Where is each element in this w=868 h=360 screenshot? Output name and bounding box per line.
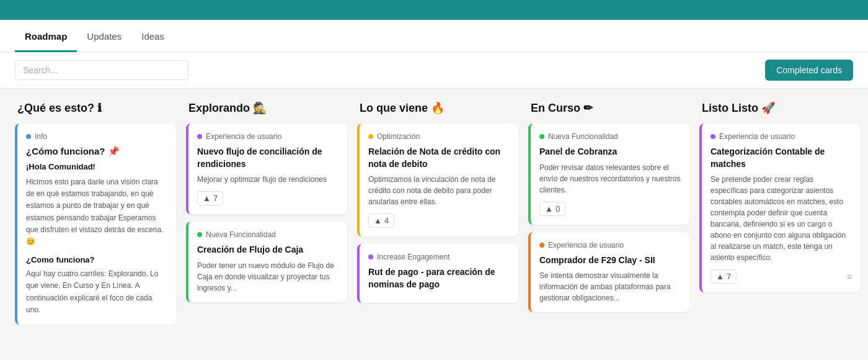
badge-dot: [197, 134, 202, 139]
card-title: Nuevo flujo de conciliación de rendicion…: [197, 146, 339, 170]
column-header: En Curso ✏: [528, 101, 689, 115]
vote-button[interactable]: ▲ 7: [197, 191, 223, 205]
vote-button[interactable]: ▲ 4: [368, 214, 394, 228]
badge-label: Nueva Funcionalidad: [206, 230, 276, 239]
tab-updates[interactable]: Updates: [77, 20, 131, 52]
vote-count: 7: [213, 194, 218, 203]
card: Optimización Relación de Nota de crédito…: [357, 124, 518, 236]
badge-dot: [197, 232, 202, 237]
column-que-es-esto: ¿Qué es esto? ℹ Info ¿Cómo funciona? 📌 ¡…: [15, 101, 176, 325]
vote-count: 7: [727, 272, 731, 281]
card-footer: ▲ 4: [368, 214, 510, 228]
vote-count: 0: [556, 204, 560, 214]
badge-label: Experiencia de usuario: [719, 132, 795, 141]
card: Nueva Funcionalidad Panel de Cobranza Po…: [528, 124, 689, 225]
card-badge: Increase Engagement: [368, 253, 510, 261]
column-header: Listo Listo 🚀: [699, 101, 861, 115]
card: Experiencia de usuario Categorización Co…: [699, 124, 861, 292]
card-title: Rut de pago - para creación de nominas d…: [368, 266, 510, 290]
card: Increase Engagement Rut de pago - para c…: [357, 244, 518, 303]
card-desc: Poder revisar datos relevantes sobre el …: [539, 162, 681, 196]
badge-label: Nueva Funcionalidad: [548, 132, 618, 141]
card-footer: ▲ 7 ≡: [711, 269, 852, 284]
column-header: ¿Qué es esto? ℹ: [15, 101, 176, 115]
vote-button[interactable]: ▲ 0: [539, 202, 565, 216]
card-desc: Se pretende poder crear reglas específic…: [711, 174, 852, 263]
card-badge: Nueva Funcionalidad: [197, 230, 339, 239]
card: Experiencia de usuario Comprador de F29 …: [528, 232, 689, 313]
column-header: Lo que viene 🔥: [357, 101, 518, 115]
card: Nueva Funcionalidad Creación de Flujo de…: [186, 222, 347, 302]
tab-ideas[interactable]: Ideas: [131, 20, 174, 52]
card-title: ¿Cómo funciona? 📌: [26, 146, 167, 157]
cards-container: Optimización Relación de Nota de crédito…: [357, 124, 518, 303]
search-input[interactable]: [15, 60, 188, 80]
badge-label: Info: [35, 132, 47, 141]
toolbar: Completed cards: [0, 52, 868, 89]
cards-container: Experiencia de usuario Categorización Co…: [699, 124, 861, 292]
card: Experiencia de usuario Nuevo flujo de co…: [186, 124, 347, 214]
column-header: Explorando 🕵: [186, 101, 347, 115]
completed-cards-button[interactable]: Completed cards: [765, 60, 853, 81]
badge-dot: [539, 134, 544, 139]
vote-arrow: ▲: [374, 216, 382, 225]
board: ¿Qué es esto? ℹ Info ¿Cómo funciona? 📌 ¡…: [0, 89, 868, 337]
vote-arrow: ▲: [545, 204, 553, 214]
column-explorando: Explorando 🕵 Experiencia de usuario Nuev…: [186, 101, 347, 325]
card-desc: Poder tener un nuevo módulo de Flujo de …: [197, 260, 339, 294]
badge-dot: [368, 134, 373, 139]
card-title: Panel de Cobranza: [539, 146, 681, 158]
card-sub-title: ¿Como funciona?: [26, 255, 167, 264]
card-title: Relación de Nota de crédito con nota de …: [368, 146, 510, 170]
badge-label: Increase Engagement: [377, 253, 450, 261]
column-lo-que-viene: Lo que viene 🔥 Optimización Relación de …: [357, 101, 518, 325]
badge-label: Optimización: [377, 132, 420, 141]
card-body: Hicimos esto para darle una visión clara…: [26, 176, 167, 248]
cards-container: Experiencia de usuario Nuevo flujo de co…: [186, 124, 347, 302]
card-badge: Experiencia de usuario: [539, 241, 681, 250]
vote-arrow: ▲: [203, 194, 211, 203]
card-footer: ▲ 7: [197, 191, 339, 205]
tab-roadmap[interactable]: Roadmap: [15, 20, 77, 52]
list-icon: ≡: [847, 272, 852, 282]
header: [0, 0, 868, 20]
vote-arrow: ▲: [716, 272, 724, 281]
badge-dot: [539, 243, 544, 248]
vote-count: 4: [384, 216, 389, 225]
badge-dot: [368, 254, 373, 259]
card-badge: Experiencia de usuario: [197, 132, 339, 141]
card-badge: Optimización: [368, 132, 510, 141]
info-card: Info ¿Cómo funciona? 📌 ¡Hola Comunidad! …: [15, 124, 176, 325]
info-dot: [26, 134, 31, 139]
column-en-curso: En Curso ✏ Nueva Funcionalidad Panel de …: [528, 101, 689, 325]
badge-label: Experiencia de usuario: [548, 241, 624, 250]
card-title: Comprador de F29 Clay - SII: [539, 254, 681, 267]
navigation: Roadmap Updates Ideas: [0, 20, 868, 52]
vote-button[interactable]: ▲ 7: [711, 269, 737, 284]
card-greeting: ¡Hola Comunidad!: [26, 162, 167, 171]
card-desc: Mejorar y optimizar flujo de rendiciones: [197, 174, 339, 185]
card-desc: Se intenta demostrar visualmente la info…: [539, 270, 681, 304]
cards-container: Info ¿Cómo funciona? 📌 ¡Hola Comunidad! …: [15, 124, 176, 325]
badge-label: Experiencia de usuario: [206, 132, 281, 141]
card-title: Categorización Contable de matches: [711, 146, 852, 170]
card-badge: Experiencia de usuario: [711, 132, 852, 141]
info-badge: Info: [26, 132, 167, 141]
card-footer: ▲ 0: [539, 202, 681, 216]
card-sub-body: Aquí hay cuatro carriles: Explorando, Lo…: [26, 268, 167, 316]
cards-container: Nueva Funcionalidad Panel de Cobranza Po…: [528, 124, 689, 312]
badge-dot: [711, 134, 715, 139]
card-title: Creación de Flujo de Caja: [197, 244, 339, 256]
column-listo-listo: Listo Listo 🚀 Experiencia de usuario Cat…: [699, 101, 861, 325]
card-badge: Nueva Funcionalidad: [539, 132, 681, 141]
card-desc: Optimizamos la vinculación de nota de cr…: [368, 174, 510, 207]
